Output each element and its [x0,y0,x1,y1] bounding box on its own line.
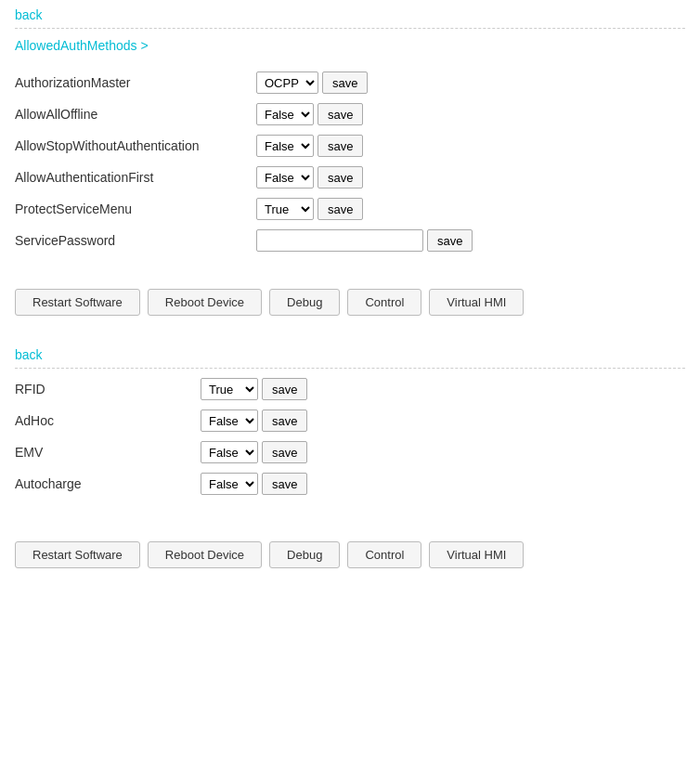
control-button-2[interactable]: Control [347,541,421,568]
allow-all-offline-select[interactable]: False True [256,103,314,125]
service-password-row: ServicePassword save [15,229,685,252]
protect-service-menu-label: ProtectServiceMenu [15,202,256,216]
authorization-master-select[interactable]: OCPP Local Free [256,72,318,94]
adhoc-save[interactable]: save [262,410,307,432]
rfid-save[interactable]: save [262,378,307,400]
restart-software-button-2[interactable]: Restart Software [15,541,140,568]
allow-auth-first-select[interactable]: False True [256,166,314,188]
section-1: back AllowedAuthMethods > AuthorizationM… [0,0,700,331]
autocharge-row: Autocharge False True save [15,473,685,495]
allow-stop-without-auth-row: AllowStopWithoutAuthentication False Tru… [15,135,685,157]
action-bar-1: Restart Software Reboot Device Debug Con… [0,276,700,331]
control-button-1[interactable]: Control [347,289,421,316]
back-link-1[interactable]: back [0,0,58,28]
allow-all-offline-row: AllowAllOffline False True save [15,103,685,125]
service-password-label: ServicePassword [15,233,256,248]
debug-button-1[interactable]: Debug [269,289,340,316]
autocharge-label: Autocharge [15,476,201,491]
adhoc-select[interactable]: False True [201,410,258,432]
protect-service-menu-save[interactable]: save [318,198,363,220]
debug-button-2[interactable]: Debug [269,541,340,568]
virtual-hmi-button-1[interactable]: Virtual HMI [429,289,524,316]
back-link-2[interactable]: back [0,340,58,368]
autocharge-save[interactable]: save [262,473,307,495]
adhoc-row: AdHoc False True save [15,410,685,432]
allow-auth-first-save[interactable]: save [318,166,363,188]
rfid-label: RFID [15,382,201,396]
protect-service-menu-select[interactable]: True False [256,198,314,220]
allow-stop-without-auth-label: AllowStopWithoutAuthentication [15,138,256,153]
form-area-2: RFID True False save AdHoc False True sa… [0,369,700,519]
breadcrumb-link[interactable]: AllowedAuthMethods > [0,29,163,62]
service-password-save[interactable]: save [427,229,473,252]
virtual-hmi-button-2[interactable]: Virtual HMI [429,541,524,568]
rfid-select[interactable]: True False [201,378,258,400]
restart-software-button-1[interactable]: Restart Software [15,289,140,316]
reboot-device-button-1[interactable]: Reboot Device [148,289,262,316]
autocharge-select[interactable]: False True [201,473,258,495]
action-bar-2: Restart Software Reboot Device Debug Con… [0,528,700,583]
protect-service-menu-row: ProtectServiceMenu True False save [15,198,685,220]
authorization-master-row: AuthorizationMaster OCPP Local Free save [15,72,685,94]
form-area-1: AuthorizationMaster OCPP Local Free save… [0,62,700,276]
adhoc-label: AdHoc [15,413,201,428]
allow-auth-first-label: AllowAuthenticationFirst [15,170,256,185]
emv-save[interactable]: save [262,441,307,463]
allow-stop-without-auth-save[interactable]: save [318,135,363,157]
reboot-device-button-2[interactable]: Reboot Device [148,541,262,568]
emv-row: EMV False True save [15,441,685,463]
service-password-input[interactable] [256,229,423,252]
allow-all-offline-save[interactable]: save [318,103,363,125]
section-2: back RFID True False save AdHoc False Tr… [0,340,700,583]
allow-auth-first-row: AllowAuthenticationFirst False True save [15,166,685,188]
emv-label: EMV [15,445,201,460]
allow-stop-without-auth-select[interactable]: False True [256,135,314,157]
allow-all-offline-label: AllowAllOffline [15,107,256,122]
emv-select[interactable]: False True [201,441,258,463]
authorization-master-label: AuthorizationMaster [15,75,256,90]
rfid-row: RFID True False save [15,378,685,400]
authorization-master-save[interactable]: save [322,72,368,94]
